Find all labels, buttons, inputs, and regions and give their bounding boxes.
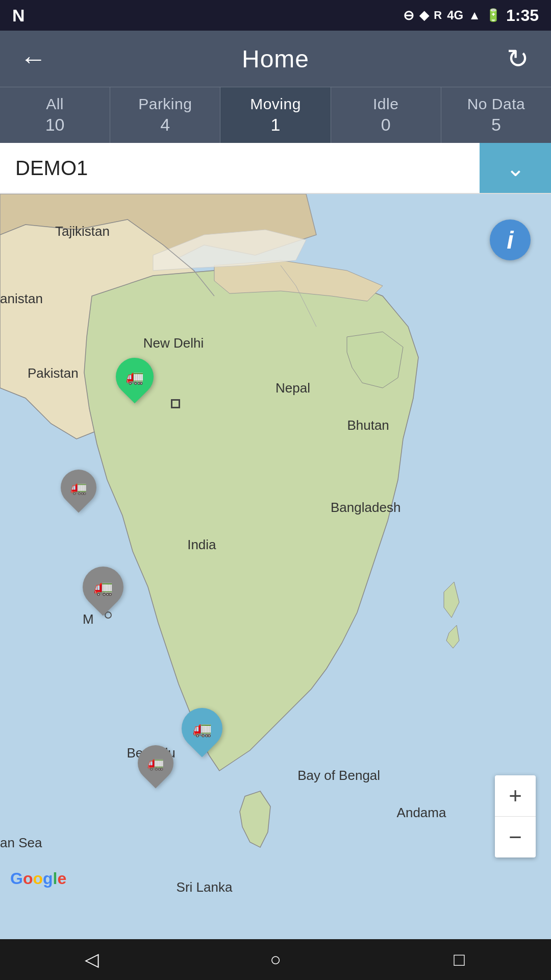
info-icon: i: [507, 226, 513, 254]
tab-idle-count: 0: [381, 115, 391, 135]
refresh-button[interactable]: ↻: [500, 41, 536, 77]
google-o2-icon: o: [33, 869, 43, 888]
zoom-controls: + −: [495, 775, 536, 857]
google-logo: G o o g l e: [10, 869, 66, 888]
tab-moving[interactable]: Moving 1: [220, 87, 331, 143]
nav-back-icon: ◁: [85, 949, 99, 970]
refresh-icon: ↻: [507, 43, 529, 74]
dropdown-row: ⌄: [0, 143, 551, 194]
nav-bar: ◁ ○ □: [0, 939, 551, 980]
nav-home-icon: ○: [270, 949, 281, 970]
marker-blue-truck[interactable]: 🚛: [182, 708, 222, 755]
marker-gray-truck-1[interactable]: 🚛: [61, 470, 96, 510]
app-bar: ← Home ↻: [0, 31, 551, 87]
tab-parking-count: 4: [160, 115, 170, 135]
nav-back-button[interactable]: ◁: [71, 939, 112, 980]
back-icon: ←: [20, 43, 46, 74]
r-icon: R: [434, 9, 442, 22]
nav-recent-icon: □: [454, 949, 465, 970]
status-bar: N ⊖ ◆ R 4G ▲ 🔋 1:35: [0, 0, 551, 31]
info-button[interactable]: i: [490, 219, 531, 260]
tab-nodata[interactable]: No Data 5: [441, 87, 551, 143]
tab-parking-label: Parking: [138, 95, 192, 113]
tab-moving-count: 1: [271, 115, 281, 135]
zoom-out-icon: −: [509, 824, 522, 850]
status-right-group: ⊖ ◆ R 4G ▲ 🔋 1:35: [403, 6, 539, 25]
tab-idle[interactable]: Idle 0: [331, 87, 441, 143]
fourG-icon: 4G: [447, 8, 463, 22]
back-button[interactable]: ←: [15, 41, 51, 77]
clock: 1:35: [506, 6, 539, 25]
tab-moving-label: Moving: [250, 95, 301, 113]
google-g-icon: G: [10, 869, 23, 888]
nav-home-button[interactable]: ○: [255, 939, 296, 980]
map-container[interactable]: Tajikistan anistan Pakistan New Delhi Ne…: [0, 194, 551, 939]
dropdown-button[interactable]: ⌄: [480, 143, 551, 193]
zoom-in-icon: +: [509, 783, 522, 808]
filter-tabs: All 10 Parking 4 Moving 1 Idle 0 No Data…: [0, 87, 551, 143]
google-e-icon: e: [57, 869, 66, 888]
tab-all[interactable]: All 10: [0, 87, 110, 143]
google-o-icon: o: [23, 869, 33, 888]
marker-gray-truck-2[interactable]: 🚛: [83, 567, 123, 614]
zoom-out-button[interactable]: −: [495, 817, 536, 857]
google-g2-icon: g: [43, 869, 53, 888]
tab-parking[interactable]: Parking 4: [110, 87, 220, 143]
signal-icon: ⊖: [403, 8, 414, 23]
google-l-icon: l: [53, 869, 58, 888]
tab-idle-label: Idle: [373, 95, 398, 113]
status-brand: N: [12, 6, 25, 26]
fleet-dropdown-input[interactable]: [0, 143, 480, 193]
network-icon: ▲: [468, 8, 481, 22]
tab-nodata-count: 5: [491, 115, 501, 135]
location-dot: [171, 399, 180, 408]
battery-icon: 🔋: [486, 8, 501, 22]
nav-recent-button[interactable]: □: [439, 939, 480, 980]
wifi-icon: ◆: [419, 8, 429, 22]
brand-icon: N: [12, 6, 25, 26]
tab-all-count: 10: [45, 115, 65, 135]
tab-nodata-label: No Data: [467, 95, 525, 113]
chevron-down-icon: ⌄: [506, 155, 525, 181]
page-title: Home: [242, 45, 309, 73]
marker-gray-truck-3[interactable]: 🚛: [138, 745, 173, 786]
marker-green-truck[interactable]: 🚛: [116, 358, 154, 402]
zoom-in-button[interactable]: +: [495, 775, 536, 816]
tab-all-label: All: [46, 95, 64, 113]
